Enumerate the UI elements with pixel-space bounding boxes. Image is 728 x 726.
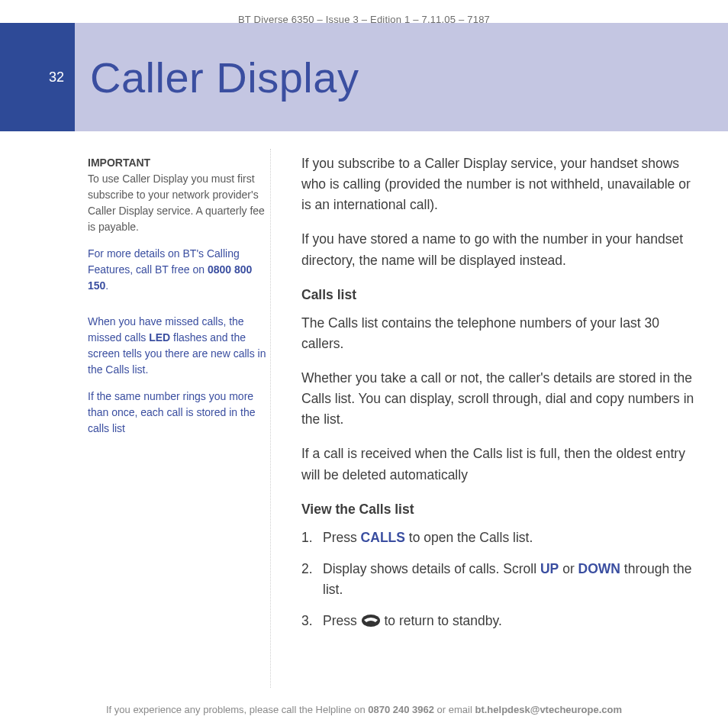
- step2-or: or: [559, 561, 578, 576]
- calls-list-p1: The Calls list contains the telephone nu…: [301, 313, 704, 354]
- step-1: Press CALLS to open the Calls list.: [301, 528, 704, 548]
- missed-led: LED: [149, 331, 170, 344]
- intro-paragraph-2: If you have stored a name to go with the…: [301, 229, 704, 270]
- hangup-phone-icon: [361, 613, 381, 634]
- main-column: If you subscribe to a Caller Display ser…: [271, 149, 728, 688]
- calls-list-p3: If a call is received when the Calls lis…: [301, 444, 704, 485]
- more-details-suffix: .: [105, 279, 108, 292]
- page-number-box: 32: [0, 23, 75, 131]
- important-block: IMPORTANT To use Caller Display you must…: [88, 155, 270, 235]
- intro-paragraph-1: If you subscribe to a Caller Display ser…: [301, 153, 704, 215]
- important-text: To use Caller Display you must first sub…: [88, 173, 265, 233]
- down-key: DOWN: [578, 561, 620, 576]
- view-calls-heading: View the Calls list: [301, 499, 704, 520]
- step1-pre: Press: [323, 530, 361, 545]
- calls-list-p2: Whether you take a call or not, the call…: [301, 368, 704, 430]
- page-number: 32: [49, 69, 64, 86]
- helpline-phone: 0870 240 3962: [368, 704, 434, 715]
- step3-post: to return to standby.: [381, 613, 502, 628]
- title-band: Caller Display: [75, 23, 728, 131]
- calls-key: CALLS: [361, 530, 405, 545]
- footer-pre: If you experience any problems, please c…: [106, 704, 368, 715]
- step3-pre: Press: [323, 613, 361, 628]
- important-label: IMPORTANT: [88, 156, 150, 169]
- page-title: Caller Display: [90, 53, 359, 102]
- content-area: IMPORTANT To use Caller Display you must…: [0, 149, 728, 688]
- footer-help-line: If you experience any problems, please c…: [0, 704, 728, 715]
- more-details-block: For more details on BT's Calling Feature…: [88, 246, 270, 294]
- calls-list-heading: Calls list: [301, 285, 704, 305]
- sidebar: IMPORTANT To use Caller Display you must…: [0, 149, 271, 688]
- same-number-block: If the same number rings you more than o…: [88, 389, 270, 437]
- view-calls-steps: Press CALLS to open the Calls list. Disp…: [301, 528, 704, 635]
- step-2: Display shows details of calls. Scroll U…: [301, 559, 704, 600]
- helpline-email: bt.helpdesk@vtecheurope.com: [475, 704, 622, 715]
- step-3: Press to return to standby.: [301, 611, 704, 634]
- step2-pre: Display shows details of calls. Scroll: [323, 561, 540, 576]
- footer-mid: or email: [434, 704, 475, 715]
- manual-page: BT Diverse 6350 – Issue 3 – Edition 1 – …: [0, 0, 728, 726]
- up-key: UP: [540, 561, 559, 576]
- step1-post: to open the Calls list.: [405, 530, 533, 545]
- missed-calls-block: When you have missed calls, the missed c…: [88, 314, 270, 378]
- running-header: BT Diverse 6350 – Issue 3 – Edition 1 – …: [0, 0, 728, 25]
